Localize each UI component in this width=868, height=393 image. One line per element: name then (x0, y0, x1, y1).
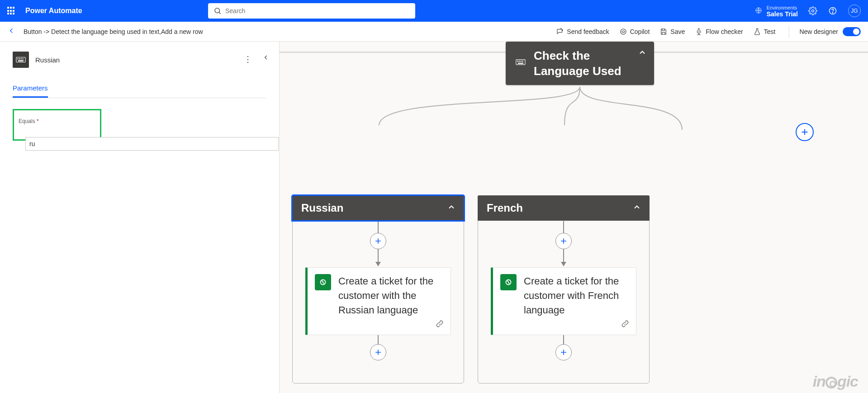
save-button[interactable]: Save (659, 28, 685, 36)
brand-title: Power Automate (25, 7, 82, 15)
chevron-up-icon[interactable] (632, 202, 641, 214)
environment-picker[interactable]: Environments Sales Trial (755, 5, 798, 17)
keyboard-icon (516, 59, 526, 66)
connection-icon (435, 319, 444, 330)
svg-line-1 (219, 12, 220, 14)
svg-point-17 (521, 61, 521, 62)
properties-panel: Russian ⋮ Parameters Equals * (0, 42, 280, 393)
add-action-button[interactable] (555, 233, 572, 249)
panel-title: Russian (35, 56, 60, 64)
svg-point-6 (621, 29, 626, 34)
add-case-button[interactable] (796, 123, 814, 141)
svg-rect-19 (518, 63, 523, 63)
panel-tabs: Parameters (13, 84, 266, 98)
dataverse-icon (315, 274, 331, 290)
action-title: Create a ticket for the customer with th… (338, 274, 443, 321)
chevron-up-icon[interactable] (638, 48, 647, 59)
chevron-up-icon[interactable] (447, 202, 456, 214)
gear-icon[interactable] (808, 6, 817, 15)
case-branch-russian[interactable]: Russian (292, 195, 464, 384)
svg-point-15 (517, 61, 518, 62)
case-branch-french[interactable]: French (478, 195, 650, 384)
help-icon[interactable] (828, 6, 837, 15)
switch-title: Check the Language Used (534, 48, 631, 79)
more-options-icon[interactable]: ⋮ (244, 54, 252, 64)
test-button[interactable]: Test (753, 28, 776, 36)
collapse-panel-icon[interactable] (263, 53, 269, 63)
svg-point-7 (697, 30, 701, 33)
svg-point-16 (519, 61, 520, 62)
svg-point-11 (21, 58, 21, 59)
switch-action-card[interactable]: Check the Language Used (506, 42, 654, 85)
search-input[interactable] (225, 7, 410, 14)
flow-checker-button[interactable]: Flow checker (695, 28, 743, 36)
command-bar: Button -> Detect the language being used… (0, 22, 868, 42)
app-launcher-icon[interactable] (7, 7, 15, 15)
svg-point-10 (19, 58, 20, 59)
svg-rect-8 (16, 57, 25, 62)
top-header: Power Automate Environments Sales Trial … (0, 0, 868, 22)
svg-point-5 (832, 13, 833, 13)
add-action-button[interactable] (370, 233, 386, 249)
globe-icon (755, 7, 762, 15)
keyboard-icon (13, 52, 29, 68)
user-avatar[interactable]: JG (848, 5, 861, 17)
svg-point-12 (23, 58, 23, 59)
case-header-french[interactable]: French (478, 195, 650, 221)
copilot-button[interactable]: Copilot (619, 28, 650, 36)
svg-point-3 (812, 10, 814, 12)
action-card[interactable]: Create a ticket for the customer with th… (305, 267, 451, 335)
tab-parameters[interactable]: Parameters (13, 84, 48, 98)
designer-canvas[interactable]: Check the Language Used Russian (280, 42, 868, 393)
search-icon (213, 7, 222, 15)
add-action-button[interactable] (370, 344, 386, 360)
action-card[interactable]: Create a ticket for the customer with Fr… (491, 267, 636, 335)
environment-name: Sales Trial (767, 11, 798, 17)
breadcrumb: Button -> Detect the language being used… (24, 28, 203, 35)
environment-label: Environments (767, 5, 798, 11)
action-title: Create a ticket for the customer with Fr… (524, 274, 629, 321)
send-feedback-button[interactable]: Send feedback (556, 28, 609, 36)
search-box[interactable] (208, 3, 415, 19)
dataverse-icon (500, 274, 517, 290)
field-label-equals: Equals * (19, 118, 39, 124)
svg-point-18 (522, 61, 523, 62)
svg-rect-13 (19, 61, 24, 61)
watermark: ingic (813, 373, 858, 390)
case-header-russian[interactable]: Russian (292, 195, 464, 221)
equals-input[interactable] (25, 137, 279, 151)
connection-icon (621, 319, 630, 330)
header-actions: JG (808, 5, 861, 17)
highlighted-field-annotation: Equals * (13, 109, 101, 141)
add-action-button[interactable] (555, 344, 572, 360)
svg-point-0 (215, 8, 220, 13)
svg-rect-14 (516, 60, 525, 65)
svg-point-9 (18, 58, 18, 59)
back-button[interactable] (7, 27, 15, 37)
toggle-switch[interactable] (843, 27, 861, 36)
new-designer-toggle[interactable]: New designer (799, 27, 861, 36)
